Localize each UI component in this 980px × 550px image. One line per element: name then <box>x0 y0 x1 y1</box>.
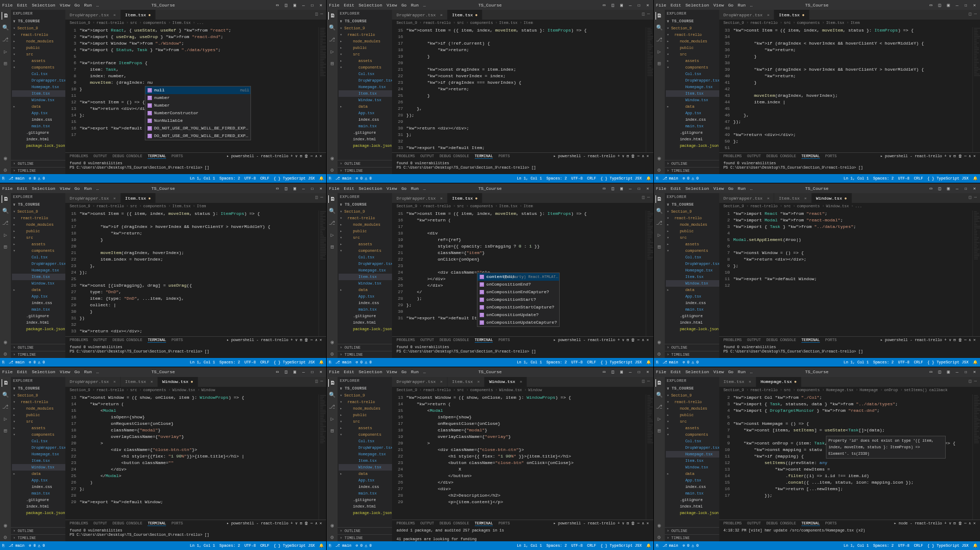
menu-selection[interactable]: Selection <box>359 186 382 191</box>
menu-go[interactable]: Go <box>75 369 80 374</box>
panel-tab[interactable]: DEBUG CONSOLE <box>113 338 143 343</box>
panel-tab[interactable]: DEBUG CONSOLE <box>766 154 796 159</box>
close-icon[interactable]: ✕ <box>972 186 977 191</box>
encoding[interactable]: UTF-8 <box>571 176 583 181</box>
panel-tab[interactable]: TERMINAL <box>148 154 166 159</box>
suggest-item[interactable]: □NumberConstructor <box>145 109 250 117</box>
editor-tab[interactable]: DropWrapper.tsx× <box>719 10 775 20</box>
extensions-icon[interactable]: ⊞ <box>2 243 9 251</box>
problems-count[interactable]: ⊘ 0 △ 0 <box>29 543 45 548</box>
panel-tab[interactable]: DEBUG CONSOLE <box>113 521 143 526</box>
breadcrumb-item[interactable]: components <box>797 21 824 26</box>
editor-tab[interactable]: Item.tsx× <box>774 193 811 203</box>
terminal-output[interactable]: found 0 vulnerabilities PS C:\Users\User… <box>719 344 980 358</box>
tree-node[interactable]: DropWrapper.tsx <box>666 444 719 451</box>
account-icon[interactable]: ◉ <box>328 338 336 346</box>
tree-node[interactable]: Item.tsx <box>339 90 392 97</box>
cursor-pos[interactable]: Ln 1, Col 1 <box>190 360 215 364</box>
tree-node[interactable]: node_modules <box>666 38 719 45</box>
tree-node[interactable]: DropWrapper.tsx <box>12 77 65 84</box>
explorer-icon[interactable]: 🗎 <box>328 12 336 20</box>
editor[interactable]: 15161718192021222324252627282930313233 "… <box>392 27 653 152</box>
breadcrumb-item[interactable]: Item.tsx <box>172 21 195 26</box>
menu-edit[interactable]: Edit <box>344 3 354 8</box>
editor[interactable]: 1314151617181920212223242526272829 "kw">… <box>65 394 326 520</box>
search-icon[interactable]: 🔍 <box>328 207 336 215</box>
tree-node[interactable]: index.html <box>339 136 392 143</box>
menu-edit[interactable]: Edit <box>671 3 681 8</box>
breadcrumb-item[interactable]: components <box>143 388 170 393</box>
search-icon[interactable]: 🔍 <box>656 207 663 215</box>
source-control-icon[interactable]: ⎇ <box>328 36 336 44</box>
language-mode[interactable]: { } TypeScript JSX <box>274 176 315 181</box>
breadcrumb-item[interactable]: components <box>470 21 497 26</box>
tree-node[interactable]: Col.tsx <box>339 438 392 444</box>
remote-icon[interactable]: ⎘ <box>2 360 4 364</box>
tree-node[interactable]: index.html <box>666 136 719 143</box>
panel-tab[interactable]: PORTS <box>498 154 510 159</box>
gear-icon[interactable]: ⚙ <box>656 534 663 541</box>
minimize-icon[interactable]: — <box>301 369 305 374</box>
remote-icon[interactable]: ⎘ <box>329 360 331 364</box>
breadcrumb-item[interactable]: Section_9 <box>396 21 421 26</box>
project-name[interactable]: ∨ TS_COURSE <box>338 17 392 25</box>
layout-icon[interactable]: ▭ <box>275 369 279 374</box>
editor[interactable]: 1234567891011121314151617 "kw">import Re… <box>65 27 326 152</box>
panel-tab[interactable]: OUTPUT <box>94 154 107 159</box>
tree-node[interactable]: index.html <box>12 319 65 326</box>
indent[interactable]: Spaces: 2 <box>546 360 567 364</box>
tree-node[interactable]: Window.tsx <box>339 97 392 103</box>
tree-node[interactable]: data <box>12 103 65 110</box>
minimap[interactable] <box>972 27 980 152</box>
outline-section[interactable]: › OUTLINE <box>338 160 392 167</box>
language-mode[interactable]: { } TypeScript JSX <box>927 176 969 181</box>
eol[interactable]: CRLF <box>587 176 596 181</box>
layout-icon[interactable]: ◫ <box>938 369 942 374</box>
tree-node[interactable]: Item.tsx <box>339 274 392 280</box>
explorer-icon[interactable]: 🗎 <box>328 379 336 387</box>
tree-node[interactable]: App.tsx <box>666 293 719 300</box>
tree-node[interactable]: Item.tsx <box>339 458 392 464</box>
maximize-icon[interactable]: ☐ <box>310 186 314 191</box>
debug-icon[interactable]: ▷ <box>328 415 336 423</box>
layout-icon[interactable]: ▭ <box>602 186 607 191</box>
timeline-section[interactable]: › TIMELINE <box>338 351 392 358</box>
language-mode[interactable]: { } TypeScript JSX <box>927 360 969 364</box>
indent[interactable]: Spaces: 2 <box>546 543 567 548</box>
tree-node[interactable]: DropWrapper.tsx <box>666 261 719 267</box>
menu-file[interactable]: File <box>656 186 666 191</box>
panel-tab[interactable]: PORTS <box>171 154 183 159</box>
tree-node[interactable]: src <box>12 51 65 58</box>
breadcrumb-item[interactable]: ... <box>855 204 862 209</box>
cursor-pos[interactable]: Ln 1, Col 1 <box>190 176 215 181</box>
tree-node[interactable]: Item.tsx <box>666 458 719 464</box>
minimap[interactable] <box>646 27 653 152</box>
minimap[interactable] <box>318 27 326 152</box>
tree-node[interactable]: .gitignore <box>666 313 719 319</box>
maximize-icon[interactable]: ☐ <box>310 3 314 8</box>
tree-node[interactable]: Section_9 <box>339 208 392 215</box>
layout-icon[interactable]: ◫ <box>938 186 942 191</box>
tree-node[interactable]: Window.tsx <box>666 97 719 103</box>
tree-node[interactable]: src <box>12 234 65 241</box>
tree-node[interactable]: package-lock.json <box>339 510 392 516</box>
tree-node[interactable]: Section_9 <box>12 208 65 215</box>
breadcrumb-item[interactable]: components <box>797 388 824 393</box>
suggest-item[interactable]: □number <box>145 94 250 102</box>
menu-view[interactable]: View <box>387 186 397 191</box>
menu-go[interactable]: Go <box>75 3 80 8</box>
encoding[interactable]: UTF-8 <box>898 543 910 548</box>
indent[interactable]: Spaces: 2 <box>873 360 894 364</box>
minimap[interactable] <box>972 211 980 336</box>
project-name[interactable]: ∨ TS_COURSE <box>338 385 392 392</box>
panel-tab[interactable]: PROBLEMS <box>70 521 88 526</box>
tree-node[interactable]: .gitignore <box>12 497 65 503</box>
layout-icon[interactable]: ▣ <box>292 186 297 191</box>
layout-icon[interactable]: ◫ <box>284 3 288 8</box>
maximize-icon[interactable]: ☐ <box>637 369 641 374</box>
tree-node[interactable]: index.html <box>12 503 65 510</box>
breadcrumb-item[interactable]: Section_9 <box>70 204 95 209</box>
tree-node[interactable]: components <box>666 248 719 254</box>
menu-selection[interactable]: Selection <box>685 3 709 8</box>
layout-icon[interactable]: ▭ <box>602 3 607 8</box>
